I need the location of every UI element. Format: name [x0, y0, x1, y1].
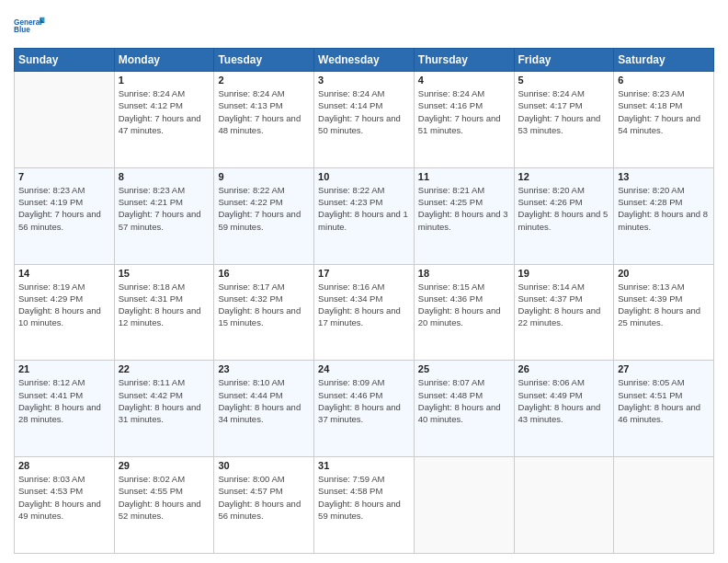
calendar-week-row: 14Sunrise: 8:19 AMSunset: 4:29 PMDayligh…: [15, 264, 714, 361]
day-info: Sunrise: 8:23 AMSunset: 4:19 PMDaylight:…: [18, 184, 110, 233]
calendar-cell: 4Sunrise: 8:24 AMSunset: 4:16 PMDaylight…: [414, 72, 514, 168]
day-info: Sunrise: 8:11 AMSunset: 4:42 PMDaylight:…: [119, 376, 210, 425]
calendar-cell: 16Sunrise: 8:17 AMSunset: 4:32 PMDayligh…: [214, 264, 314, 361]
day-info: Sunrise: 8:24 AMSunset: 4:12 PMDaylight:…: [119, 87, 210, 136]
calendar-week-row: 21Sunrise: 8:12 AMSunset: 4:41 PMDayligh…: [15, 361, 714, 457]
day-info: Sunrise: 8:22 AMSunset: 4:23 PMDaylight:…: [318, 184, 410, 233]
day-info: Sunrise: 8:17 AMSunset: 4:32 PMDaylight:…: [218, 281, 310, 329]
calendar-week-row: 1Sunrise: 8:24 AMSunset: 4:12 PMDaylight…: [15, 72, 714, 168]
calendar-cell: 24Sunrise: 8:09 AMSunset: 4:46 PMDayligh…: [314, 361, 415, 457]
calendar-cell: 3Sunrise: 8:24 AMSunset: 4:14 PMDaylight…: [314, 72, 415, 168]
calendar-cell: 13Sunrise: 8:20 AMSunset: 4:28 PMDayligh…: [614, 167, 714, 264]
day-number: 7: [18, 171, 110, 182]
calendar-cell: 20Sunrise: 8:13 AMSunset: 4:39 PMDayligh…: [614, 264, 714, 361]
day-number: 15: [119, 268, 210, 279]
day-info: Sunrise: 8:23 AMSunset: 4:18 PMDaylight:…: [618, 87, 710, 136]
day-number: 8: [119, 171, 210, 182]
day-header: Monday: [114, 49, 214, 72]
day-number: 4: [418, 75, 510, 86]
day-info: Sunrise: 8:24 AMSunset: 4:16 PMDaylight:…: [418, 87, 510, 136]
day-number: 28: [18, 460, 110, 471]
day-number: 1: [119, 75, 210, 86]
day-number: 11: [418, 171, 510, 182]
calendar-cell: 25Sunrise: 8:07 AMSunset: 4:48 PMDayligh…: [414, 361, 514, 457]
day-number: 3: [318, 75, 410, 86]
calendar-cell: 7Sunrise: 8:23 AMSunset: 4:19 PMDaylight…: [15, 167, 115, 264]
day-info: Sunrise: 8:05 AMSunset: 4:51 PMDaylight:…: [618, 376, 710, 425]
calendar-cell: [514, 457, 614, 554]
day-info: Sunrise: 8:15 AMSunset: 4:36 PMDaylight:…: [418, 281, 510, 329]
day-info: Sunrise: 8:16 AMSunset: 4:34 PMDaylight:…: [318, 281, 410, 329]
calendar-cell: 27Sunrise: 8:05 AMSunset: 4:51 PMDayligh…: [614, 361, 714, 457]
day-number: 24: [318, 363, 410, 374]
logo-svg: General Blue: [14, 9, 47, 42]
day-number: 21: [18, 363, 110, 374]
calendar-cell: 8Sunrise: 8:23 AMSunset: 4:21 PMDaylight…: [114, 167, 214, 264]
day-number: 14: [18, 268, 110, 279]
day-info: Sunrise: 8:22 AMSunset: 4:22 PMDaylight:…: [218, 184, 310, 233]
day-info: Sunrise: 8:02 AMSunset: 4:55 PMDaylight:…: [119, 473, 210, 522]
calendar-cell: 31Sunrise: 7:59 AMSunset: 4:58 PMDayligh…: [314, 457, 415, 554]
day-info: Sunrise: 8:18 AMSunset: 4:31 PMDaylight:…: [119, 281, 210, 329]
day-number: 23: [218, 363, 310, 374]
calendar-cell: 26Sunrise: 8:06 AMSunset: 4:49 PMDayligh…: [514, 361, 614, 457]
calendar-cell: 1Sunrise: 8:24 AMSunset: 4:12 PMDaylight…: [114, 72, 214, 168]
day-header: Friday: [514, 49, 614, 72]
day-info: Sunrise: 8:10 AMSunset: 4:44 PMDaylight:…: [218, 376, 310, 425]
day-header: Wednesday: [314, 49, 415, 72]
day-number: 20: [618, 268, 710, 279]
page: General Blue SundayMondayTuesdayWednesda…: [0, 0, 728, 563]
calendar-cell: [614, 457, 714, 554]
day-number: 18: [418, 268, 510, 279]
calendar-cell: 11Sunrise: 8:21 AMSunset: 4:25 PMDayligh…: [414, 167, 514, 264]
calendar-table: SundayMondayTuesdayWednesdayThursdayFrid…: [14, 48, 714, 554]
day-info: Sunrise: 8:20 AMSunset: 4:28 PMDaylight:…: [618, 184, 710, 233]
day-header: Thursday: [414, 49, 514, 72]
day-info: Sunrise: 8:24 AMSunset: 4:13 PMDaylight:…: [218, 87, 310, 136]
day-info: Sunrise: 8:14 AMSunset: 4:37 PMDaylight:…: [518, 281, 610, 329]
calendar-cell: 10Sunrise: 8:22 AMSunset: 4:23 PMDayligh…: [314, 167, 415, 264]
day-info: Sunrise: 8:23 AMSunset: 4:21 PMDaylight:…: [119, 184, 210, 233]
calendar-cell: 2Sunrise: 8:24 AMSunset: 4:13 PMDaylight…: [214, 72, 314, 168]
day-info: Sunrise: 8:07 AMSunset: 4:48 PMDaylight:…: [418, 376, 510, 425]
calendar-cell: 18Sunrise: 8:15 AMSunset: 4:36 PMDayligh…: [414, 264, 514, 361]
day-info: Sunrise: 8:12 AMSunset: 4:41 PMDaylight:…: [18, 376, 110, 425]
day-info: Sunrise: 8:24 AMSunset: 4:17 PMDaylight:…: [518, 87, 610, 136]
calendar-cell: 22Sunrise: 8:11 AMSunset: 4:42 PMDayligh…: [114, 361, 214, 457]
day-number: 30: [218, 460, 310, 471]
day-info: Sunrise: 8:09 AMSunset: 4:46 PMDaylight:…: [318, 376, 410, 425]
svg-text:Blue: Blue: [14, 26, 30, 34]
day-number: 22: [119, 363, 210, 374]
day-number: 10: [318, 171, 410, 182]
day-number: 2: [218, 75, 310, 86]
calendar-cell: [15, 72, 115, 168]
day-header: Tuesday: [214, 49, 314, 72]
day-number: 12: [518, 171, 610, 182]
calendar-cell: 19Sunrise: 8:14 AMSunset: 4:37 PMDayligh…: [514, 264, 614, 361]
day-number: 27: [618, 363, 710, 374]
calendar-cell: 28Sunrise: 8:03 AMSunset: 4:53 PMDayligh…: [15, 457, 115, 554]
day-number: 6: [618, 75, 710, 86]
svg-text:General: General: [14, 18, 42, 27]
calendar-cell: 17Sunrise: 8:16 AMSunset: 4:34 PMDayligh…: [314, 264, 415, 361]
calendar-cell: 29Sunrise: 8:02 AMSunset: 4:55 PMDayligh…: [114, 457, 214, 554]
calendar-week-row: 7Sunrise: 8:23 AMSunset: 4:19 PMDaylight…: [15, 167, 714, 264]
day-number: 5: [518, 75, 610, 86]
day-info: Sunrise: 8:06 AMSunset: 4:49 PMDaylight:…: [518, 376, 610, 425]
day-number: 9: [218, 171, 310, 182]
day-number: 25: [418, 363, 510, 374]
calendar-header-row: SundayMondayTuesdayWednesdayThursdayFrid…: [15, 49, 714, 72]
logo: General Blue: [14, 9, 47, 42]
day-number: 13: [618, 171, 710, 182]
calendar-cell: 9Sunrise: 8:22 AMSunset: 4:22 PMDaylight…: [214, 167, 314, 264]
day-info: Sunrise: 8:03 AMSunset: 4:53 PMDaylight:…: [18, 473, 110, 522]
day-number: 31: [318, 460, 410, 471]
day-info: Sunrise: 8:19 AMSunset: 4:29 PMDaylight:…: [18, 281, 110, 329]
header: General Blue: [14, 9, 714, 42]
day-number: 29: [119, 460, 210, 471]
day-info: Sunrise: 8:24 AMSunset: 4:14 PMDaylight:…: [318, 87, 410, 136]
calendar-cell: 12Sunrise: 8:20 AMSunset: 4:26 PMDayligh…: [514, 167, 614, 264]
calendar-cell: 14Sunrise: 8:19 AMSunset: 4:29 PMDayligh…: [15, 264, 115, 361]
day-number: 26: [518, 363, 610, 374]
calendar-cell: 30Sunrise: 8:00 AMSunset: 4:57 PMDayligh…: [214, 457, 314, 554]
